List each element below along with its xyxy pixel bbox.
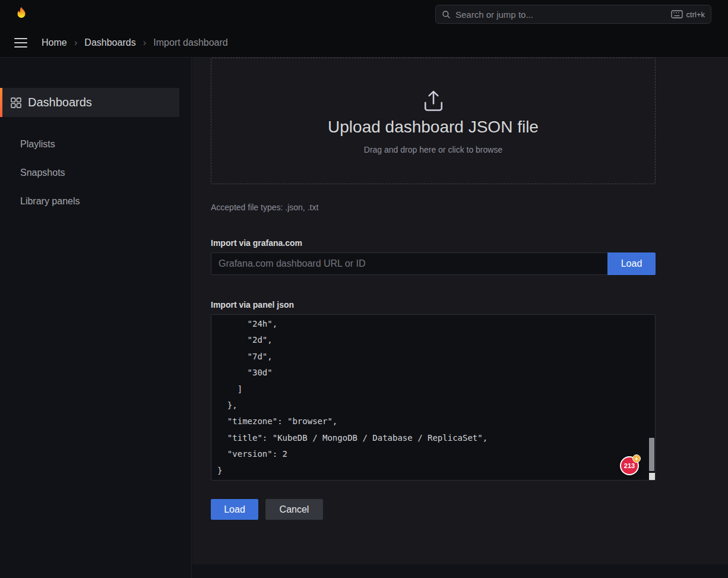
- panel-json-wrapper: "24h", "2d", "7d", "30d" ] }, "timezone"…: [211, 314, 656, 481]
- search-placeholder: Search or jump to...: [455, 10, 666, 20]
- sidebar-active-label: Dashboards: [28, 96, 92, 109]
- scrollbar-thumb[interactable]: [649, 438, 654, 471]
- accepted-file-types: Accepted file types: .json, .txt: [211, 203, 656, 212]
- chevron-right-icon: ›: [143, 37, 147, 49]
- sidebar-item-library-panels[interactable]: Library panels: [0, 187, 191, 216]
- badge-count: 213: [624, 462, 635, 469]
- import-dashboard-page: Upload dashboard JSON file Drag and drop…: [192, 58, 728, 564]
- upload-title: Upload dashboard JSON file: [328, 118, 539, 137]
- breadcrumb: Home › Dashboards › Import dashboard: [42, 37, 228, 49]
- dashboards-grid-icon: [11, 97, 21, 108]
- load-button[interactable]: Load: [211, 499, 258, 520]
- breadcrumb-bar: Home › Dashboards › Import dashboard: [0, 29, 728, 58]
- search-icon: [442, 10, 451, 19]
- sidebar-item-label: Library panels: [20, 196, 80, 207]
- grafana-logo-icon[interactable]: [13, 6, 30, 23]
- breadcrumb-dashboards[interactable]: Dashboards: [84, 37, 135, 48]
- upload-icon: [420, 88, 447, 114]
- keyboard-shortcut-hint: ctrl+k: [671, 10, 705, 19]
- sidebar-item-label: Playlists: [20, 139, 55, 150]
- breadcrumb-home[interactable]: Home: [42, 37, 67, 48]
- sidebar-item-label: Snapshots: [20, 168, 65, 178]
- gcom-import-row: Load: [211, 252, 656, 275]
- top-bar: Search or jump to... ctrl+k: [0, 0, 728, 29]
- breadcrumb-import-dashboard: Import dashboard: [153, 37, 227, 48]
- sidebar-list: Playlists Snapshots Library panels: [0, 130, 191, 216]
- sidebar-item-snapshots[interactable]: Snapshots: [0, 159, 191, 187]
- badge-plus-icon: +: [632, 454, 641, 463]
- content-container: Upload dashboard JSON file Drag and drop…: [211, 58, 656, 520]
- shortcut-label: ctrl+k: [686, 10, 705, 19]
- panel-json-textarea[interactable]: "24h", "2d", "7d", "30d" ] }, "timezone"…: [211, 314, 656, 481]
- extension-notification-badge[interactable]: 213 +: [620, 456, 639, 475]
- panel-json-section-label: Import via panel json: [211, 300, 656, 309]
- keyboard-icon: [671, 10, 683, 18]
- chevron-right-icon: ›: [74, 37, 78, 49]
- main-area: Upload dashboard JSON file Drag and drop…: [192, 58, 728, 578]
- sidebar: Dashboards Playlists Snapshots Library p…: [0, 58, 192, 578]
- cancel-button[interactable]: Cancel: [265, 499, 323, 520]
- sidebar-item-dashboards[interactable]: Dashboards: [0, 88, 179, 117]
- textarea-resize-grip[interactable]: [649, 473, 655, 480]
- upload-dropzone[interactable]: Upload dashboard JSON file Drag and drop…: [211, 58, 656, 184]
- gcom-section-label: Import via grafana.com: [211, 238, 656, 248]
- search-input[interactable]: Search or jump to... ctrl+k: [435, 5, 711, 24]
- form-actions: Load Cancel: [211, 499, 656, 520]
- gcom-url-input[interactable]: [211, 252, 607, 275]
- menu-toggle-icon[interactable]: [14, 38, 27, 48]
- upload-hint: Drag and drop here or click to browse: [364, 145, 502, 154]
- sidebar-item-playlists[interactable]: Playlists: [0, 130, 191, 159]
- gcom-load-button[interactable]: Load: [607, 252, 656, 275]
